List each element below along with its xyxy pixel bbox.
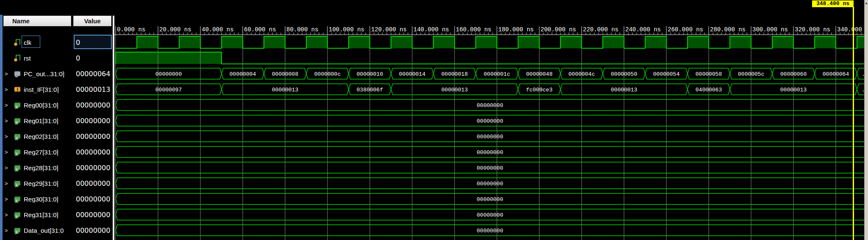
signal-row-reg29-31-0-[interactable]: >Reg29[31:0]00000000 xyxy=(0,175,112,191)
expander-chevron-icon[interactable]: > xyxy=(5,86,8,92)
svg-text:00000000: 00000000 xyxy=(477,165,503,171)
signal-value-label: 00000000 xyxy=(76,116,110,124)
signal-row-reg01-31-0-[interactable]: >Reg01[31:0]00000000 xyxy=(0,113,112,128)
svg-text:0000005c: 0000005c xyxy=(738,71,764,77)
signal-name-label: Reg02[31:0] xyxy=(24,132,58,140)
bus-gray-signal-icon xyxy=(14,70,21,77)
svg-text:260.000 ns: 260.000 ns xyxy=(668,26,703,33)
signal-row-data-out-31-0[interactable]: >Data_out[31:000000000 xyxy=(0,222,112,238)
signal-name-label: Reg01[31:0] xyxy=(24,117,58,124)
signal-row-reg30-31-0-[interactable]: >Reg30[31:0]00000000 xyxy=(0,191,112,207)
signal-row-rst[interactable]: rst0 xyxy=(0,50,112,66)
svg-text:40.000 ns: 40.000 ns xyxy=(202,26,234,33)
bus-green-signal-icon xyxy=(14,117,21,124)
waveform-viewer: Name Value clk0rst0>PC_out...31:0]000000… xyxy=(0,0,868,240)
svg-text:00000000: 00000000 xyxy=(155,71,182,77)
svg-text:00000013: 00000013 xyxy=(780,87,807,93)
signal-name-label: clk xyxy=(24,39,31,46)
expander-chevron-icon[interactable]: > xyxy=(5,227,8,233)
name-column-header[interactable]: Name xyxy=(3,16,71,26)
signal-row-reg00-31-0-[interactable]: >Reg00[31:0]00000000 xyxy=(0,97,112,113)
signal-value-label: 00000000 xyxy=(76,132,110,140)
expander-chevron-icon[interactable]: > xyxy=(5,70,8,77)
bus-green-signal-icon xyxy=(14,102,21,108)
svg-text:60.000 ns: 60.000 ns xyxy=(244,26,276,33)
svg-text:0000004c: 0000004c xyxy=(568,71,595,77)
svg-text:0000000c: 0000000c xyxy=(314,71,341,77)
svg-text:00000004: 00000004 xyxy=(230,71,256,77)
svg-text:00000000: 00000000 xyxy=(477,149,503,156)
vertical-scrollbar[interactable] xyxy=(864,0,868,240)
svg-text:20.000 ns: 20.000 ns xyxy=(159,26,191,33)
svg-text:0.000 ns: 0.000 ns xyxy=(117,26,145,33)
signal-row-inst-if-31-0-[interactable]: >inst_IF[31:0]00000013 xyxy=(0,81,112,97)
svg-text:00000000: 00000000 xyxy=(477,118,503,124)
signal-name-label: rst xyxy=(24,54,31,61)
expander-chevron-icon[interactable]: > xyxy=(5,149,8,155)
svg-text:00000060: 00000060 xyxy=(780,71,807,77)
bus-green-signal-icon xyxy=(14,149,21,155)
svg-text:300.000 ns: 300.000 ns xyxy=(752,26,788,33)
svg-text:00000000: 00000000 xyxy=(477,102,503,109)
svg-text:00000000: 00000000 xyxy=(477,181,503,187)
expander-chevron-icon[interactable]: > xyxy=(5,211,8,218)
time-cursor-line[interactable] xyxy=(853,7,854,240)
signal-name-label: Reg29[31:0] xyxy=(24,179,58,187)
expander-chevron-icon[interactable]: > xyxy=(5,196,8,202)
svg-text:00000048: 00000048 xyxy=(526,71,552,77)
expander-chevron-icon[interactable]: > xyxy=(5,180,8,186)
signal-row-pc-out-31-0-[interactable]: >PC_out...31:0]00000064 xyxy=(0,66,112,81)
signal-row-reg28-31-0-[interactable]: >Reg28[31:0]00000000 xyxy=(0,160,112,175)
signal-value-label: 00000064 xyxy=(76,69,110,77)
signal-row-reg31-31-0-[interactable]: >Reg31[31:0]00000000 xyxy=(0,207,112,222)
bus-green-signal-icon xyxy=(14,180,21,186)
signal-name-label: Reg27[31:0] xyxy=(24,148,58,155)
signal-row-clk[interactable]: clk0 xyxy=(0,34,112,50)
svg-text:320.000 ns: 320.000 ns xyxy=(795,26,830,33)
signal-value-label: 00000000 xyxy=(76,195,110,203)
svg-text:00000013: 00000013 xyxy=(272,87,298,93)
svg-text:80.000 ns: 80.000 ns xyxy=(286,26,319,33)
time-cursor-label: 348.400 ns xyxy=(812,0,854,7)
wave-canvas[interactable]: 0.000 ns20.000 ns40.000 ns60.000 ns80.00… xyxy=(114,0,864,240)
svg-text:00000013: 00000013 xyxy=(611,87,637,93)
signal-name-label: Data_out[31:0 xyxy=(24,226,64,234)
svg-text:280.000 ns: 280.000 ns xyxy=(710,26,746,33)
signal-value-label: 00000000 xyxy=(76,163,110,171)
svg-text:04000063: 04000063 xyxy=(696,87,722,93)
scrollbar-up-arrow-icon[interactable] xyxy=(865,2,868,4)
bus-orange-signal-icon xyxy=(14,86,21,92)
bus-green-signal-icon xyxy=(14,164,21,171)
value-column-header[interactable]: Value xyxy=(73,16,111,26)
bus-green-signal-icon xyxy=(14,227,21,233)
input-signal-icon xyxy=(14,55,21,61)
svg-text:00000000: 00000000 xyxy=(477,134,503,140)
svg-text:00000000: 00000000 xyxy=(477,228,503,234)
signal-value-label: 0 xyxy=(76,54,80,62)
expander-chevron-icon[interactable]: > xyxy=(5,117,8,124)
svg-text:00000050: 00000050 xyxy=(611,71,637,77)
svg-text:00000064: 00000064 xyxy=(823,71,849,77)
signal-value-label: 0 xyxy=(76,38,80,46)
signal-row-reg27-31-0-[interactable]: >Reg27[31:0]00000000 xyxy=(0,144,112,160)
svg-text:fc009ce3: fc009ce3 xyxy=(526,87,552,93)
bus-green-signal-icon xyxy=(14,211,21,218)
svg-text:00000014: 00000014 xyxy=(399,71,426,77)
signal-name-label: inst_IF[31:0] xyxy=(24,86,59,93)
signal-value-label: 00000000 xyxy=(76,101,110,109)
signal-name-label: PC_out...31:0] xyxy=(24,70,64,77)
svg-text:140.000 ns: 140.000 ns xyxy=(413,26,449,33)
svg-text:200.000 ns: 200.000 ns xyxy=(541,26,576,33)
svg-text:00000008: 00000008 xyxy=(272,71,298,77)
svg-text:0000001c: 0000001c xyxy=(484,71,510,77)
expander-chevron-icon[interactable]: > xyxy=(5,164,8,171)
signal-value-label: 00000000 xyxy=(76,148,110,156)
bus-green-signal-icon xyxy=(14,196,21,202)
signal-value-label: 00000000 xyxy=(76,210,110,218)
expander-chevron-icon[interactable]: > xyxy=(5,102,8,108)
signal-row-reg02-31-0-[interactable]: >Reg02[31:0]00000000 xyxy=(0,128,112,144)
waveform-plot[interactable]: 0.000 ns20.000 ns40.000 ns60.000 ns80.00… xyxy=(114,0,864,240)
signal-name-label: Reg30[31:0] xyxy=(24,195,58,202)
svg-text:00000018: 00000018 xyxy=(441,71,468,77)
expander-chevron-icon[interactable]: > xyxy=(5,133,8,139)
